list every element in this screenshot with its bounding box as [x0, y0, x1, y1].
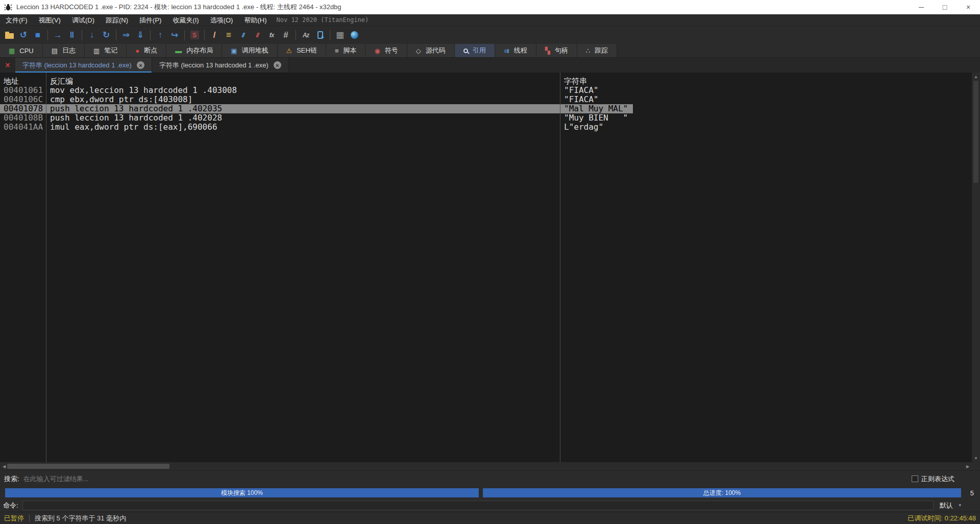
table-row[interactable]: 0040106Ccmp ebx,dword ptr ds:[403008]"FI… — [0, 95, 972, 104]
window-title: Leccion 13 HARDCODED 1 .exe - PID: 2324 … — [16, 3, 341, 12]
highlight-icon[interactable]: // — [250, 28, 264, 42]
tab-symbols[interactable]: ◉符号 — [365, 44, 407, 57]
open-file-icon[interactable] — [2, 28, 16, 42]
menu-help[interactable]: 帮助(H) — [238, 14, 272, 26]
scroll-up-icon[interactable]: ▲ — [972, 73, 980, 81]
search-input[interactable] — [23, 475, 912, 483]
close-tab-icon[interactable]: × — [274, 61, 281, 69]
modules-icon[interactable] — [313, 28, 327, 42]
tab-seh-chain[interactable]: ⚠SEH链 — [278, 44, 326, 57]
execute-till-return-icon[interactable]: ↑ — [153, 28, 167, 42]
statusbar: 已暂停 搜索到 5 个字符串于 31 毫秒内 已调试时间: 0:22:45:48 — [0, 512, 980, 524]
log-icon: ▤ — [52, 47, 58, 54]
menu-file[interactable]: 文件(F) — [0, 14, 33, 26]
horizontal-scroll-thumb[interactable] — [7, 464, 169, 469]
tab-trace[interactable]: ∴跟踪 — [577, 44, 617, 57]
tab-cpu[interactable]: ▦CPU — [0, 44, 43, 57]
settings-icon[interactable]: S — [187, 28, 202, 42]
column-header-disassembly[interactable]: 反汇编 — [46, 77, 560, 86]
menu-plugins[interactable]: 插件(P) — [134, 14, 167, 26]
command-input[interactable] — [22, 501, 934, 510]
cell-disassembly: push leccion 13 hardcoded 1 .402035 — [46, 104, 560, 113]
tab-notes[interactable]: ▥笔记 — [85, 44, 127, 57]
regex-checkbox[interactable] — [912, 475, 918, 482]
table-row[interactable]: 00401078push leccion 13 hardcoded 1 .402… — [0, 104, 972, 113]
column-header-string[interactable]: 字符串 — [560, 77, 587, 86]
open-file-glyph — [5, 33, 14, 39]
run-to-user-code-icon[interactable]: ↪ — [167, 28, 182, 42]
subtab-label: 字符串 (leccion 13 hardcoded 1 .exe) — [22, 61, 132, 70]
toolbar-divider — [330, 30, 330, 40]
step-into-glyph: ↓ — [90, 31, 94, 39]
cell-address: 004041AA — [0, 123, 46, 132]
strings-reference-table[interactable]: 地址 反汇编 字符串 00401061mov edx,leccion 13 ha… — [0, 73, 972, 462]
tab-breakpoints[interactable]: ●断点 — [127, 44, 166, 57]
script-icon: ≡ — [335, 47, 339, 54]
table-row[interactable]: 004041AAimul eax,dword ptr ds:[eax],6900… — [0, 123, 972, 132]
menu-favourites[interactable]: 收藏夹(I) — [167, 14, 204, 26]
menu-view[interactable]: 视图(V) — [33, 14, 66, 26]
comments-icon[interactable]: ≡ — [222, 28, 236, 42]
module-search-progress-label: 模块搜索 100% — [221, 489, 263, 497]
run-trace-icon[interactable]: ⇒ — [119, 28, 133, 42]
strings-icon[interactable]: Az — [299, 28, 313, 42]
restart-icon[interactable]: ↺ — [16, 28, 31, 42]
scroll-down-icon[interactable]: ▼ — [972, 454, 980, 462]
run-trace-glyph: ⇒ — [122, 31, 130, 39]
help-globe-glyph — [351, 31, 358, 39]
tab-handles[interactable]: ▚句柄 — [536, 44, 577, 57]
close-all-references-button[interactable]: × — [0, 58, 15, 73]
tab-script[interactable]: ≡脚本 — [326, 44, 366, 57]
table-row[interactable]: 0040108Bpush leccion 13 hardcoded 1 .402… — [0, 113, 972, 123]
debugger-state: 已暂停 — [4, 514, 24, 523]
profile-dropdown[interactable]: 默认 ▼ — [940, 501, 962, 510]
module-search-progressbar: 模块搜索 100% — [5, 488, 479, 497]
tab-memory-map[interactable]: ▬内存布局 — [166, 44, 222, 57]
menu-trace[interactable]: 跟踪(N) — [100, 14, 134, 26]
tab-call-stack[interactable]: ▣调用堆栈 — [222, 44, 277, 57]
labels-icon[interactable]: # — [279, 28, 293, 42]
step-over-icon[interactable]: ↻ — [99, 28, 113, 42]
toolbar-divider — [82, 30, 82, 40]
column-divider[interactable] — [560, 73, 560, 462]
tab-log[interactable]: ▤日志 — [43, 44, 85, 57]
help-globe-icon[interactable] — [347, 28, 361, 42]
handles-icon: ▚ — [545, 47, 550, 54]
scroll-right-icon[interactable]: ▶ — [964, 462, 972, 470]
minimize-button[interactable]: ─ — [910, 0, 933, 14]
run-icon[interactable]: → — [51, 28, 65, 42]
pause-icon[interactable]: ‖ — [65, 28, 79, 42]
tab-label: SEH链 — [297, 46, 317, 55]
close-button[interactable]: × — [957, 0, 980, 14]
step-into-icon[interactable]: ↓ — [85, 28, 99, 42]
toolbar: ↺■→‖↓↻⇒⇓↑↪S/≡////fx#Az▦ — [0, 26, 980, 44]
vertical-scrollbar[interactable]: ▲ ▼ — [972, 73, 980, 462]
stop-icon[interactable]: ■ — [31, 28, 45, 42]
functions-icon[interactable]: fx — [264, 28, 279, 42]
calculator-icon[interactable]: ▦ — [333, 28, 347, 42]
column-header-address[interactable]: 地址 — [0, 77, 46, 86]
tab-source-code[interactable]: ◇源代码 — [407, 44, 455, 57]
settings-glyph: S — [190, 31, 199, 39]
step-into-trace-icon[interactable]: ⇓ — [133, 28, 148, 42]
vertical-scroll-thumb[interactable] — [973, 81, 978, 183]
subtab-strings-2[interactable]: 字符串 (leccion 13 hardcoded 1 .exe)× — [152, 58, 289, 73]
edit-columns-icon[interactable]: // — [236, 28, 250, 42]
patches-icon[interactable]: / — [207, 28, 222, 42]
tab-threads[interactable]: ⇉线程 — [495, 44, 536, 57]
stop-glyph: ■ — [35, 31, 40, 39]
column-divider[interactable] — [46, 73, 46, 462]
threads-icon: ⇉ — [504, 47, 509, 54]
seh-chain-icon: ⚠ — [286, 47, 292, 54]
menu-debug[interactable]: 调试(D) — [66, 14, 100, 26]
table-row[interactable]: 00401061mov edx,leccion 13 hardcoded 1 .… — [0, 86, 972, 95]
menu-options[interactable]: 选项(O) — [205, 14, 239, 26]
tab-references[interactable]: 引用 — [455, 44, 495, 57]
maximize-button[interactable]: □ — [933, 0, 957, 14]
cell-string: "FIACA" — [560, 95, 633, 104]
tab-label: 断点 — [144, 46, 157, 55]
close-tab-icon[interactable]: × — [137, 61, 144, 69]
subtab-strings-1[interactable]: 字符串 (leccion 13 hardcoded 1 .exe)× — [15, 58, 152, 73]
horizontal-scrollbar[interactable]: ◀ ▶ — [0, 462, 972, 470]
scrollbar-corner — [972, 462, 980, 470]
